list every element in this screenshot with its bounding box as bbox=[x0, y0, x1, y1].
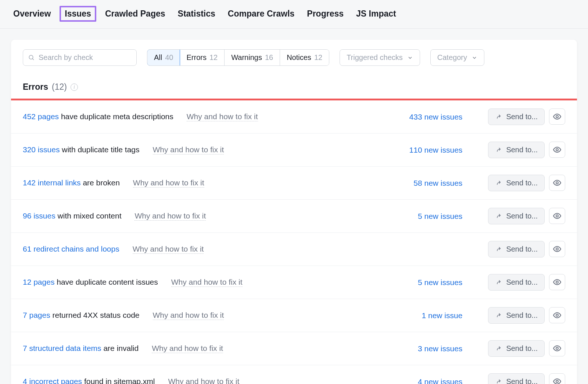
filter-count: 16 bbox=[265, 53, 273, 62]
issue-text: 4 incorrect pages found in sitemap.xml bbox=[23, 377, 155, 384]
issue-link[interactable]: 452 pages bbox=[23, 112, 59, 121]
row-actions: Send to... bbox=[488, 241, 565, 257]
issue-description: 96 issues with mixed contentWhy and how … bbox=[23, 211, 374, 221]
tab-js-impact[interactable]: JS Impact bbox=[354, 7, 398, 20]
row-actions: Send to... bbox=[488, 175, 565, 191]
issue-link[interactable]: 96 issues bbox=[23, 211, 55, 220]
search-field-wrap[interactable] bbox=[23, 49, 137, 66]
eye-icon bbox=[553, 211, 562, 220]
new-issues-link[interactable]: 3 new issues bbox=[381, 344, 462, 353]
send-to-button[interactable]: Send to... bbox=[488, 274, 545, 291]
send-to-button[interactable]: Send to... bbox=[488, 340, 545, 357]
send-to-button[interactable]: Send to... bbox=[488, 175, 545, 191]
view-button[interactable] bbox=[549, 307, 565, 323]
view-button[interactable] bbox=[549, 142, 565, 158]
tab-statistics[interactable]: Statistics bbox=[176, 7, 218, 20]
triggered-checks-dropdown[interactable]: Triggered checks bbox=[340, 49, 420, 66]
chevron-down-icon bbox=[407, 55, 413, 61]
share-arrow-icon bbox=[495, 246, 502, 253]
view-button[interactable] bbox=[549, 241, 565, 257]
tab-compare-crawls[interactable]: Compare Crawls bbox=[226, 7, 297, 20]
filter-errors[interactable]: Errors12 bbox=[180, 50, 225, 65]
view-button[interactable] bbox=[549, 208, 565, 224]
send-to-button[interactable]: Send to... bbox=[488, 142, 545, 158]
new-issues-link[interactable]: 433 new issues bbox=[381, 113, 462, 121]
chevron-down-icon bbox=[472, 55, 477, 61]
panel-header: All40Errors12Warnings16Notices12 Trigger… bbox=[11, 40, 577, 71]
issue-text: 12 pages have duplicate content issues bbox=[23, 278, 158, 287]
issue-row: 7 structured data items are invalidWhy a… bbox=[11, 332, 577, 365]
why-and-how-link[interactable]: Why and how to fix it bbox=[187, 112, 258, 121]
view-button[interactable] bbox=[549, 274, 565, 290]
filter-notices[interactable]: Notices12 bbox=[280, 50, 329, 65]
tab-overview[interactable]: Overview bbox=[11, 7, 53, 20]
send-to-button[interactable]: Send to... bbox=[488, 109, 545, 125]
filter-label: Notices bbox=[287, 53, 311, 62]
send-to-label: Send to... bbox=[506, 245, 538, 253]
issue-link[interactable]: 7 structured data items bbox=[23, 344, 101, 352]
new-issues-link[interactable]: 4 new issues bbox=[381, 377, 462, 384]
new-issues-link[interactable]: 110 new issues bbox=[381, 146, 462, 154]
issue-description: 7 structured data items are invalidWhy a… bbox=[23, 344, 374, 353]
issue-rest: have duplicate content issues bbox=[54, 278, 158, 286]
search-input[interactable] bbox=[39, 53, 131, 62]
issue-text: 142 internal links are broken bbox=[23, 178, 120, 187]
share-arrow-icon bbox=[495, 146, 502, 154]
send-to-button[interactable]: Send to... bbox=[488, 307, 545, 324]
issue-link[interactable]: 12 pages bbox=[23, 278, 54, 286]
why-and-how-link[interactable]: Why and how to fix it bbox=[153, 311, 224, 320]
issue-link[interactable]: 4 incorrect pages bbox=[23, 377, 82, 384]
why-and-how-link[interactable]: Why and how to fix it bbox=[153, 145, 224, 154]
new-issues-link[interactable]: 5 new issues bbox=[381, 278, 462, 287]
issue-link[interactable]: 142 internal links bbox=[23, 178, 81, 187]
triggered-checks-label: Triggered checks bbox=[347, 53, 403, 62]
svg-point-0 bbox=[29, 55, 33, 59]
row-actions: Send to... bbox=[488, 373, 565, 384]
svg-point-4 bbox=[556, 182, 558, 184]
eye-icon bbox=[553, 377, 562, 384]
filter-warnings[interactable]: Warnings16 bbox=[225, 50, 280, 65]
row-actions: Send to... bbox=[488, 109, 565, 125]
svg-point-10 bbox=[556, 380, 558, 383]
new-issues-link[interactable]: 58 new issues bbox=[381, 179, 462, 188]
eye-icon bbox=[553, 145, 562, 154]
share-arrow-icon bbox=[495, 213, 502, 220]
issue-description: 61 redirect chains and loopsWhy and how … bbox=[23, 245, 374, 254]
view-button[interactable] bbox=[549, 340, 565, 356]
issue-text: 7 structured data items are invalid bbox=[23, 344, 139, 353]
send-to-button[interactable]: Send to... bbox=[488, 208, 545, 224]
new-issues-link[interactable]: 5 new issues bbox=[381, 212, 462, 221]
svg-point-2 bbox=[556, 115, 558, 118]
section-count: (12) bbox=[52, 82, 67, 92]
tab-issues[interactable]: Issues bbox=[60, 6, 96, 22]
new-issues-link[interactable]: 1 new issue bbox=[381, 311, 462, 320]
svg-point-5 bbox=[556, 215, 558, 217]
issue-link[interactable]: 7 pages bbox=[23, 311, 50, 319]
why-and-how-link[interactable]: Why and how to fix it bbox=[135, 211, 206, 221]
issue-row: 142 internal links are brokenWhy and how… bbox=[11, 167, 577, 200]
issue-description: 7 pages returned 4XX status codeWhy and … bbox=[23, 311, 374, 320]
why-and-how-link[interactable]: Why and how to fix it bbox=[168, 377, 240, 384]
tab-crawled-pages[interactable]: Crawled Pages bbox=[103, 7, 168, 20]
view-button[interactable] bbox=[549, 175, 565, 191]
why-and-how-link[interactable]: Why and how to fix it bbox=[152, 344, 223, 353]
why-and-how-link[interactable]: Why and how to fix it bbox=[133, 245, 204, 254]
issue-row: 12 pages have duplicate content issuesWh… bbox=[11, 266, 577, 299]
view-button[interactable] bbox=[549, 373, 565, 384]
send-to-button[interactable]: Send to... bbox=[488, 241, 545, 257]
tab-progress[interactable]: Progress bbox=[305, 7, 346, 20]
issue-link[interactable]: 61 redirect chains and loops bbox=[23, 245, 119, 253]
send-to-label: Send to... bbox=[506, 278, 538, 287]
issue-rest: returned 4XX status code bbox=[50, 311, 140, 319]
eye-icon bbox=[553, 112, 562, 121]
why-and-how-link[interactable]: Why and how to fix it bbox=[171, 278, 243, 287]
category-dropdown[interactable]: Category bbox=[430, 49, 484, 66]
filter-all[interactable]: All40 bbox=[147, 49, 180, 66]
view-button[interactable] bbox=[549, 109, 565, 125]
issue-link[interactable]: 320 issues bbox=[23, 145, 60, 154]
issue-row: 4 incorrect pages found in sitemap.xmlWh… bbox=[11, 365, 577, 384]
why-and-how-link[interactable]: Why and how to fix it bbox=[133, 178, 204, 188]
filter-count: 12 bbox=[209, 53, 218, 62]
send-to-button[interactable]: Send to... bbox=[488, 373, 545, 384]
info-icon[interactable]: i bbox=[71, 83, 78, 91]
